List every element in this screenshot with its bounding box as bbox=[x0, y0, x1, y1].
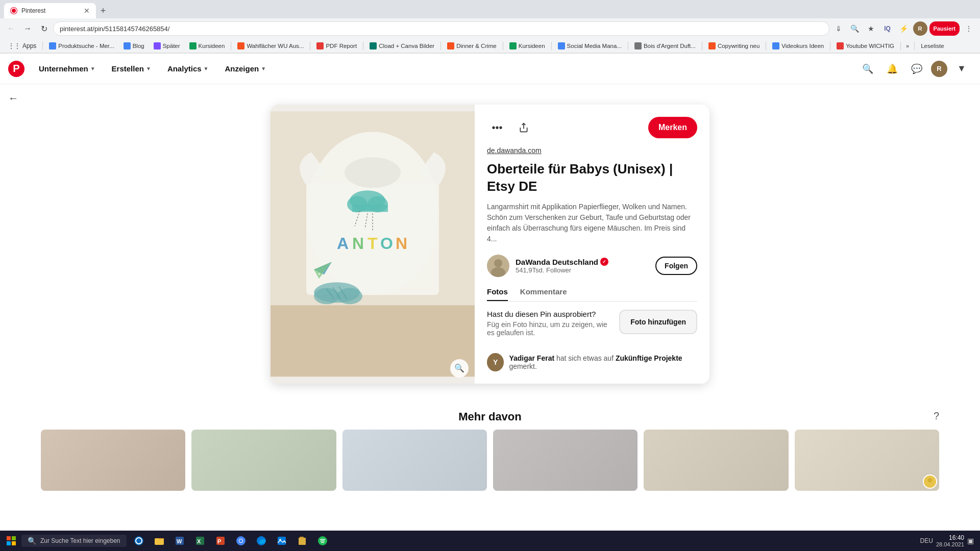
zoom-icon[interactable]: 🔍 bbox=[450, 359, 469, 378]
taskbar-search-bar[interactable]: 🔍 Zur Suche Text hier eingeben bbox=[21, 535, 127, 547]
back-button-pinterest[interactable]: ← bbox=[8, 92, 18, 104]
bookmark-kursideen1[interactable]: Kursideen bbox=[185, 41, 229, 51]
merken-button[interactable]: Merken bbox=[648, 117, 697, 138]
back-button[interactable]: ← bbox=[4, 21, 18, 36]
word-icon: W bbox=[175, 536, 185, 546]
taskbar-file-explorer-icon[interactable] bbox=[150, 532, 168, 550]
bookmark-label-bois: Bois d'Argent Duft... bbox=[644, 43, 696, 49]
pausiert-toolbar-badge[interactable]: Pausiert bbox=[929, 21, 960, 36]
svg-text:N: N bbox=[396, 234, 407, 253]
notifications-center-icon[interactable]: ▣ bbox=[967, 537, 974, 545]
taskbar-photos-icon[interactable] bbox=[273, 532, 291, 550]
bookmark-star-icon[interactable]: ★ bbox=[864, 21, 878, 36]
start-button[interactable] bbox=[2, 532, 20, 550]
user-menu-chevron[interactable]: ▼ bbox=[951, 59, 972, 79]
pinterest-tab[interactable]: Pinterest ✕ bbox=[4, 3, 96, 18]
pin-more-button[interactable]: ••• bbox=[487, 117, 507, 138]
thumbnail-1[interactable] bbox=[41, 430, 185, 491]
bookmark-dinner[interactable]: Dinner & Crime bbox=[443, 41, 501, 51]
notification-area: DEU 16:40 28.04.2021 ▣ bbox=[920, 534, 974, 547]
nav-label-unternehmen: Unternehmen bbox=[39, 64, 88, 73]
taskbar-excel-icon[interactable]: X bbox=[191, 532, 209, 550]
saved-by-action: hat sich etwas auf bbox=[556, 354, 616, 362]
svg-rect-52 bbox=[300, 537, 304, 538]
bookmark-separator2 bbox=[231, 42, 231, 50]
taskbar-chrome-icon[interactable] bbox=[232, 532, 250, 550]
thumbnail-5[interactable] bbox=[644, 430, 788, 491]
iq-icon[interactable]: IQ bbox=[880, 21, 895, 36]
pin-share-button[interactable] bbox=[513, 117, 534, 138]
taskbar-cortana-icon[interactable] bbox=[130, 532, 148, 550]
taskbar-word-icon[interactable]: W bbox=[170, 532, 189, 550]
author-name: DaWanda Deutschland ✓ bbox=[516, 258, 649, 266]
bookmark-label-social: Social Media Mana... bbox=[567, 43, 622, 49]
menu-dots-icon[interactable]: ⋮ bbox=[962, 21, 976, 36]
mehr-help-icon[interactable]: ? bbox=[934, 410, 939, 422]
svg-point-21 bbox=[314, 288, 339, 304]
user-avatar[interactable]: R bbox=[931, 61, 947, 77]
svg-text:A: A bbox=[337, 234, 349, 253]
bookmark-separator6 bbox=[503, 42, 503, 50]
bookmark-icon-produktsuche bbox=[49, 42, 56, 49]
thumbnail-avatar-svg bbox=[924, 474, 936, 489]
thumbnail-4[interactable] bbox=[493, 430, 638, 491]
search-button[interactable]: 🔍 bbox=[857, 59, 878, 79]
new-tab-button[interactable]: + bbox=[96, 4, 110, 18]
svg-rect-35 bbox=[12, 541, 16, 545]
follow-button[interactable]: Folgen bbox=[655, 257, 697, 275]
pin-source-url[interactable]: de.dawanda.com bbox=[487, 146, 697, 155]
bookmark-bois[interactable]: Bois d'Argent Duft... bbox=[630, 41, 700, 51]
thumbnail-2[interactable] bbox=[191, 430, 336, 491]
bookmark-videokurs[interactable]: Videokurs Ideen bbox=[768, 41, 828, 51]
bookmark-social[interactable]: Social Media Mana... bbox=[554, 41, 626, 51]
bookmark-separator12 bbox=[900, 42, 901, 50]
tab-fotos[interactable]: Fotos bbox=[487, 287, 508, 301]
profile-icon[interactable]: R bbox=[913, 21, 927, 36]
taskbar-files-icon[interactable] bbox=[293, 532, 311, 550]
nav-item-anzeigen[interactable]: Anzeigen ▼ bbox=[218, 60, 272, 77]
bookmark-cload[interactable]: Cload + Canva Bilder bbox=[365, 41, 438, 51]
refresh-button[interactable]: ↻ bbox=[37, 21, 51, 36]
search-browser-icon[interactable]: 🔍 bbox=[848, 21, 862, 36]
author-avatar[interactable] bbox=[487, 255, 509, 277]
bookmark-icon-cload bbox=[370, 42, 377, 49]
thumbnail-6[interactable] bbox=[795, 430, 939, 491]
bookmark-blog[interactable]: Blog bbox=[119, 41, 149, 51]
pinterest-logo-icon: P bbox=[8, 61, 24, 77]
bookmark-leseliste[interactable]: Leseliste bbox=[917, 42, 948, 50]
bookmark-kursideen2[interactable]: Kursideen bbox=[505, 41, 549, 51]
bookmark-produktsuche[interactable]: Produktsuche - Mer... bbox=[45, 41, 118, 51]
messages-button[interactable]: 💬 bbox=[906, 59, 927, 79]
forward-button[interactable]: → bbox=[20, 21, 35, 36]
bookmark-wahlfaecher[interactable]: Wahlfächer WU Aus... bbox=[233, 41, 308, 51]
svg-point-31 bbox=[928, 478, 933, 483]
tab-kommentare[interactable]: Kommentare bbox=[520, 287, 567, 301]
taskbar-powerpoint-icon[interactable]: P bbox=[211, 532, 230, 550]
nav-item-analytics[interactable]: Analytics ▼ bbox=[161, 60, 215, 77]
bookmarks-bar: ⋮⋮ Apps Produktsuche - Mer... Blog Späte… bbox=[0, 39, 980, 53]
download-icon[interactable]: ⇓ bbox=[831, 21, 846, 36]
svg-rect-32 bbox=[7, 536, 11, 540]
foto-hinzufuegen-button[interactable]: Foto hinzufügen bbox=[619, 310, 697, 334]
bookmark-später[interactable]: Später bbox=[150, 41, 184, 51]
taskbar-spotify-icon[interactable] bbox=[313, 532, 332, 550]
pin-image: A N T O N ✦ bbox=[271, 105, 475, 384]
bookmark-copywriting[interactable]: Copywriting neu bbox=[704, 41, 764, 51]
bookmark-apps[interactable]: ⋮⋮ Apps bbox=[4, 41, 40, 51]
nav-item-unternehmen[interactable]: Unternehmen ▼ bbox=[33, 60, 102, 77]
extensions-icon[interactable]: ⚡ bbox=[897, 21, 911, 36]
notifications-button[interactable]: 🔔 bbox=[882, 59, 902, 79]
taskbar-right-area: DEU 16:40 28.04.2021 ▣ bbox=[920, 534, 978, 547]
address-input[interactable] bbox=[53, 21, 829, 36]
taskbar-edge-icon[interactable] bbox=[252, 532, 271, 550]
pinterest-logo[interactable]: P bbox=[8, 61, 24, 77]
bookmark-label-cload: Cload + Canva Bilder bbox=[379, 43, 434, 49]
photos-icon bbox=[277, 536, 287, 546]
nav-label-erstellen: Erstellen bbox=[112, 64, 144, 73]
bookmark-youtube[interactable]: Youtube WICHTIG bbox=[832, 41, 898, 51]
tab-close-icon[interactable]: ✕ bbox=[84, 7, 90, 15]
bookmark-more-button[interactable]: » bbox=[903, 42, 912, 50]
bookmark-pdf[interactable]: PDF Report bbox=[312, 41, 361, 51]
thumbnail-3[interactable] bbox=[342, 430, 487, 491]
nav-item-erstellen[interactable]: Erstellen ▼ bbox=[106, 60, 157, 77]
